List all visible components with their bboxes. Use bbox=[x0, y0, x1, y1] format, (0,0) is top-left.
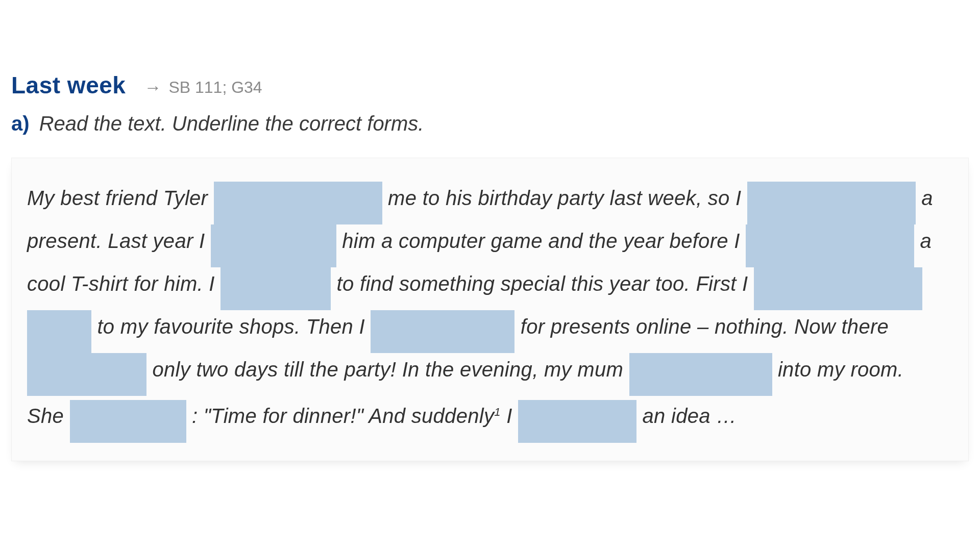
text-seg-13: an idea … bbox=[642, 405, 737, 427]
task-label: a) bbox=[11, 112, 30, 135]
task-line: a) Read the text. Underline the correct … bbox=[11, 112, 969, 135]
task-instruction: Read the text. Underline the correct for… bbox=[39, 112, 424, 135]
reference-text: SB 111; G34 bbox=[168, 78, 262, 97]
text-seg-4: him a computer game and the year before … bbox=[342, 230, 740, 252]
text-seg-7: to my favourite shops. Then I bbox=[97, 315, 365, 338]
blank-1[interactable] bbox=[214, 182, 382, 224]
exercise-text-box: My best friend Tyler me to his birthday … bbox=[11, 158, 969, 461]
blank-5[interactable] bbox=[220, 267, 331, 310]
exercise-page: Last week → SB 111; G34 a) Read the text… bbox=[0, 0, 980, 461]
blank-7[interactable] bbox=[371, 310, 514, 353]
blank-6b[interactable] bbox=[27, 310, 91, 353]
text-seg-1: My best friend Tyler bbox=[27, 187, 208, 209]
blank-3[interactable] bbox=[211, 224, 336, 267]
reference-line: → SB 111; G34 bbox=[144, 78, 262, 97]
text-seg-12: : "Time for dinner!" And suddenly bbox=[192, 405, 494, 427]
blank-8[interactable] bbox=[27, 353, 146, 396]
text-seg-6: to find something special this year too.… bbox=[337, 272, 748, 295]
blank-4[interactable] bbox=[746, 224, 914, 267]
blank-11[interactable] bbox=[518, 400, 636, 443]
arrow-right-icon: → bbox=[144, 78, 161, 97]
text-seg-10: into my room. bbox=[778, 358, 903, 381]
exercise-title: Last week bbox=[11, 71, 126, 99]
blank-9[interactable] bbox=[629, 353, 772, 396]
footnote-1: 1 bbox=[494, 406, 501, 418]
text-seg-8: for presents online – nothing. Now there bbox=[521, 315, 889, 338]
blank-6a[interactable] bbox=[754, 267, 922, 310]
title-line: Last week → SB 111; G34 bbox=[11, 71, 969, 99]
text-seg-9: only two days till the party! In the eve… bbox=[152, 358, 623, 381]
text-seg-12b: I bbox=[501, 405, 512, 427]
text-seg-2: me to his birthday party last week, so I bbox=[388, 187, 741, 209]
blank-2[interactable] bbox=[747, 182, 916, 224]
blank-10[interactable] bbox=[70, 400, 186, 443]
text-seg-11: She bbox=[27, 405, 64, 427]
